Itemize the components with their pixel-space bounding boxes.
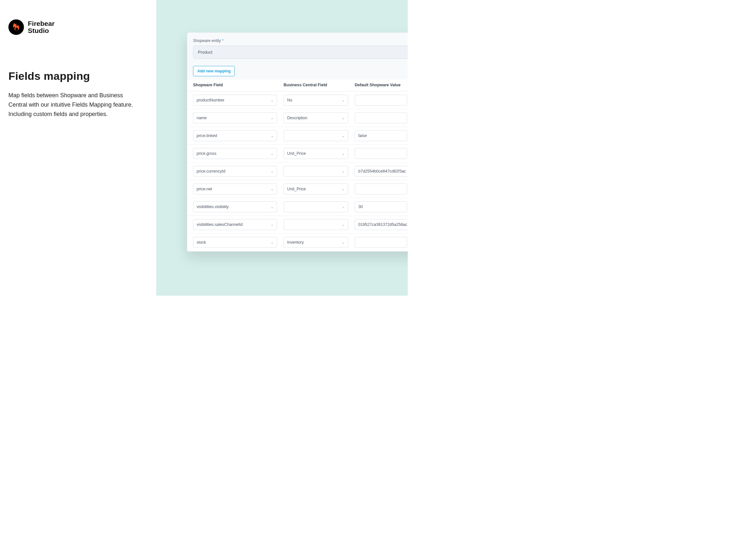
chevron-down-icon: ⌄ [342, 241, 345, 245]
chevron-down-icon: ⌄ [271, 116, 274, 120]
chevron-down-icon: ⌄ [342, 223, 345, 227]
brand: Firebear Studio [8, 19, 148, 35]
page-subcopy: Map fields between Shopware and Business… [8, 91, 138, 119]
chevron-down-icon: ⌄ [271, 187, 274, 191]
table-row: productNumber⌄No⌄ [187, 91, 408, 109]
shopware-field-select[interactable]: visibilities.visibility⌄ [193, 201, 277, 212]
mapping-table: Shopware Field Business Central Field De… [187, 80, 408, 252]
chevron-down-icon: ⌄ [342, 187, 345, 191]
default-value-input[interactable] [355, 148, 407, 159]
business-central-field-select[interactable]: ⌄ [284, 166, 348, 177]
brand-name: Firebear Studio [28, 20, 55, 34]
flame-paw-icon [11, 22, 22, 33]
business-central-field-select[interactable]: Inventory⌄ [284, 237, 348, 248]
table-row: visibilities.visibility⌄⌄30 [187, 198, 408, 216]
chevron-down-icon: ⌄ [271, 205, 274, 209]
col-shopware-field: Shopware Field [193, 83, 284, 87]
chevron-down-icon: ⌄ [342, 152, 345, 156]
table-row: price.net⌄Unit_Price⌄ [187, 180, 408, 198]
chevron-down-icon: ⌄ [271, 134, 274, 138]
chevron-down-icon: ⌄ [271, 223, 274, 227]
default-value-input[interactable]: b7d2554b0ce847cd82f3ac [355, 166, 408, 177]
chevron-down-icon: ⌄ [342, 169, 345, 174]
business-central-field-select[interactable]: Unit_Price⌄ [284, 148, 348, 159]
default-value-input[interactable] [355, 95, 407, 106]
table-row: price.gross⌄Unit_Price⌄ [187, 145, 408, 163]
table-row: stock⌄Inventory⌄ [187, 234, 408, 252]
table-row: visibilities.salesChannelId⌄⌄019527ca391… [187, 216, 408, 234]
chevron-down-icon: ⌄ [342, 116, 345, 120]
shopware-field-select[interactable]: name⌄ [193, 113, 277, 124]
entity-field-label: Shopware entity * [193, 38, 408, 43]
col-business-central-field: Business Central Field [284, 83, 355, 87]
business-central-field-select[interactable]: No⌄ [284, 95, 348, 106]
chevron-down-icon: ⌄ [271, 241, 274, 245]
business-central-field-select[interactable]: Description⌄ [284, 113, 348, 124]
brand-logo [8, 19, 24, 35]
business-central-field-select[interactable]: ⌄ [284, 219, 348, 230]
chevron-down-icon: ⌄ [342, 205, 345, 209]
entity-select[interactable]: Product [193, 46, 408, 59]
shopware-field-select[interactable]: productNumber⌄ [193, 95, 277, 106]
chevron-down-icon: ⌄ [342, 134, 345, 138]
default-value-input[interactable]: 30 [355, 201, 407, 212]
default-value-input[interactable] [355, 113, 407, 124]
chevron-down-icon: ⌄ [271, 152, 274, 156]
shopware-field-select[interactable]: price.linked⌄ [193, 130, 277, 141]
table-row: price.linked⌄⌄false [187, 127, 408, 145]
default-value-input[interactable] [355, 237, 407, 248]
shopware-field-select[interactable]: price.currencyId⌄ [193, 166, 277, 177]
default-value-input[interactable]: false [355, 130, 407, 141]
table-row: price.currencyId⌄⌄b7d2554b0ce847cd82f3ac [187, 163, 408, 180]
add-new-mapping-button[interactable]: Add new mapping [193, 66, 235, 76]
chevron-down-icon: ⌄ [271, 98, 274, 102]
shopware-field-select[interactable]: price.gross⌄ [193, 148, 277, 159]
app-preview-panel: Shopware entity * Product Add new mappin… [156, 0, 408, 295]
mapping-card: Shopware entity * Product Add new mappin… [187, 32, 408, 252]
chevron-down-icon: ⌄ [271, 169, 274, 174]
chevron-down-icon: ⌄ [342, 98, 345, 102]
col-default-value: Default Shopware Value [355, 83, 408, 87]
shopware-field-select[interactable]: visibilities.salesChannelId⌄ [193, 219, 277, 230]
page-headline: Fields mapping [8, 70, 148, 82]
business-central-field-select[interactable]: ⌄ [284, 130, 348, 141]
shopware-field-select[interactable]: price.net⌄ [193, 184, 277, 195]
table-row: name⌄Description⌄ [187, 109, 408, 127]
default-value-input[interactable]: 019527ca391372d5a256ac [355, 219, 408, 230]
shopware-field-select[interactable]: stock⌄ [193, 237, 277, 248]
business-central-field-select[interactable]: Unit_Price⌄ [284, 184, 348, 195]
business-central-field-select[interactable]: ⌄ [284, 201, 348, 212]
svg-point-3 [15, 27, 18, 30]
default-value-input[interactable] [355, 184, 407, 195]
